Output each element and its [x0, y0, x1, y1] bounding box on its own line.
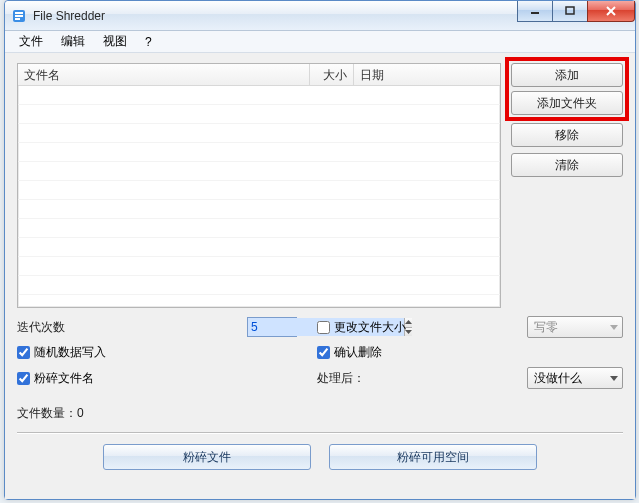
file-list[interactable]: 文件名 大小 日期: [17, 63, 501, 308]
list-item: [18, 200, 500, 219]
overwrite-method-value: 写零: [534, 319, 558, 336]
list-item: [18, 143, 500, 162]
add-button[interactable]: 添加: [511, 63, 623, 87]
random-write-checkbox[interactable]: 随机数据写入: [17, 344, 247, 361]
window-title: File Shredder: [33, 9, 105, 23]
app-icon: [11, 8, 27, 24]
chevron-down-icon: [610, 325, 618, 330]
title-bar[interactable]: File Shredder: [5, 1, 635, 31]
change-size-input[interactable]: [317, 321, 330, 334]
shred-name-checkbox[interactable]: 粉碎文件名: [17, 370, 247, 387]
iterations-stepper[interactable]: [247, 317, 297, 337]
menu-help[interactable]: ?: [137, 33, 160, 51]
maximize-button[interactable]: [552, 1, 588, 22]
list-item: [18, 257, 500, 276]
after-action-select[interactable]: 没做什么: [527, 367, 623, 389]
svg-rect-1: [15, 12, 23, 14]
list-item: [18, 105, 500, 124]
list-item: [18, 181, 500, 200]
confirm-delete-input[interactable]: [317, 346, 330, 359]
remove-button[interactable]: 移除: [511, 123, 623, 147]
shred-name-input[interactable]: [17, 372, 30, 385]
content-area: 文件名 大小 日期: [5, 53, 635, 499]
change-size-checkbox[interactable]: 更改文件大小: [317, 319, 527, 336]
list-item: [18, 219, 500, 238]
svg-rect-4: [531, 12, 539, 14]
add-folder-button[interactable]: 添加文件夹: [511, 91, 623, 115]
random-write-input[interactable]: [17, 346, 30, 359]
random-write-label: 随机数据写入: [34, 344, 106, 361]
file-list-header: 文件名 大小 日期: [18, 64, 500, 86]
list-item: [18, 124, 500, 143]
iterations-label: 迭代次数: [17, 319, 247, 336]
overwrite-method-select[interactable]: 写零: [527, 316, 623, 338]
clear-button[interactable]: 清除: [511, 153, 623, 177]
close-icon: [605, 6, 617, 16]
svg-rect-2: [15, 15, 23, 17]
shred-freespace-button[interactable]: 粉碎可用空间: [329, 444, 537, 470]
list-item: [18, 276, 500, 295]
column-date[interactable]: 日期: [354, 64, 500, 85]
confirm-delete-checkbox[interactable]: 确认删除: [317, 344, 527, 361]
side-buttons: 添加 添加文件夹 移除 清除: [511, 63, 623, 308]
minimize-icon: [530, 6, 540, 16]
close-button[interactable]: [587, 1, 635, 22]
menu-edit[interactable]: 编辑: [53, 31, 93, 52]
menu-bar: 文件 编辑 视图 ?: [5, 31, 635, 53]
menu-file[interactable]: 文件: [11, 31, 51, 52]
column-name[interactable]: 文件名: [18, 64, 310, 85]
file-list-body: [18, 86, 500, 307]
change-size-label: 更改文件大小: [334, 319, 406, 336]
column-size[interactable]: 大小: [310, 64, 354, 85]
svg-rect-5: [566, 7, 574, 14]
file-count: 文件数量：0: [17, 405, 623, 422]
chevron-down-icon: [610, 376, 618, 381]
maximize-icon: [565, 6, 575, 16]
shred-files-button[interactable]: 粉碎文件: [103, 444, 311, 470]
separator: [17, 432, 623, 434]
app-window: File Shredder 文件 编辑 视图 ? 文件名: [4, 0, 636, 500]
after-label: 处理后：: [317, 370, 527, 387]
list-item: [18, 162, 500, 181]
highlight-annotation: 添加 添加文件夹: [505, 57, 629, 121]
svg-rect-3: [15, 18, 20, 20]
list-item: [18, 86, 500, 105]
list-item: [18, 238, 500, 257]
minimize-button[interactable]: [517, 1, 553, 22]
confirm-delete-label: 确认删除: [334, 344, 382, 361]
menu-view[interactable]: 视图: [95, 31, 135, 52]
shred-name-label: 粉碎文件名: [34, 370, 94, 387]
after-action-value: 没做什么: [534, 370, 582, 387]
